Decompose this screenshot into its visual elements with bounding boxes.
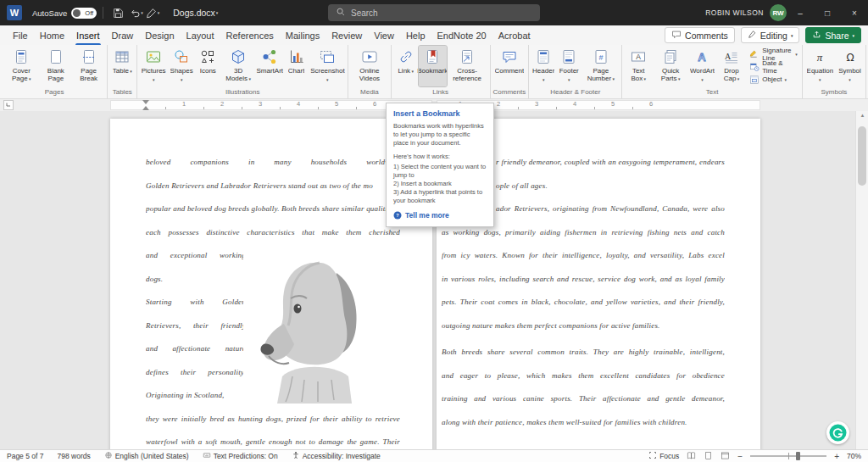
- screenshot-button[interactable]: Screenshot ▾: [309, 46, 347, 86]
- icons-button[interactable]: Icons: [195, 46, 220, 86]
- indent-marker[interactable]: [142, 100, 149, 104]
- button-label: Comment: [495, 67, 525, 75]
- grammarly-badge[interactable]: [826, 421, 849, 444]
- user-name[interactable]: ROBIN WILSON: [705, 8, 764, 17]
- button-label: Symbol ▾: [838, 67, 861, 83]
- footer-button[interactable]: Footer ▾: [556, 46, 581, 86]
- chevron-down-icon: ▾: [791, 33, 793, 38]
- ribbon-group-media: Online VideosMedia: [348, 45, 392, 98]
- tab-view[interactable]: View: [368, 25, 400, 45]
- online-videos-button[interactable]: Online Videos: [350, 46, 389, 86]
- maximize-button[interactable]: □: [814, 0, 841, 25]
- page-break-button[interactable]: Page Break: [72, 46, 105, 86]
- search-icon: [336, 7, 346, 19]
- zoom-in-button[interactable]: +: [834, 452, 839, 461]
- document-title[interactable]: Dogs.docx ▾: [173, 8, 218, 18]
- language-indicator[interactable]: English (United States): [104, 451, 189, 461]
- equation-button[interactable]: πEquation ▾: [804, 46, 836, 86]
- tab-design[interactable]: Design: [139, 25, 180, 45]
- shapes-button[interactable]: Shapes ▾: [168, 46, 195, 86]
- button-label: Quick Parts ▾: [655, 67, 686, 83]
- blank-page-button[interactable]: Blank Page: [40, 46, 72, 86]
- link-button[interactable]: Link ▾: [393, 46, 419, 86]
- button-label: Page Number ▾: [584, 67, 617, 83]
- page-number-button[interactable]: #Page Number ▾: [581, 46, 620, 86]
- chevron-down-icon: ▾: [129, 69, 132, 74]
- focus-button[interactable]: Focus: [648, 451, 679, 461]
- pictures-button[interactable]: Pictures ▾: [139, 46, 168, 86]
- ruler-number: 6: [649, 100, 653, 108]
- date-time-button[interactable]: Date & Time: [747, 60, 799, 73]
- tell-me-more-link[interactable]: ? Tell me more: [393, 211, 487, 220]
- autosave-toggle[interactable]: AutoSave Off: [32, 8, 97, 19]
- web-layout-icon[interactable]: [721, 451, 730, 462]
- word-count[interactable]: 798 words: [57, 452, 90, 460]
- indent-marker[interactable]: [142, 106, 149, 110]
- tab-references[interactable]: References: [220, 25, 280, 45]
- print-layout-icon[interactable]: [704, 451, 713, 462]
- cover-page-button[interactable]: Cover Page ▾: [3, 46, 40, 86]
- save-icon[interactable]: [109, 3, 126, 22]
- zoom-out-button[interactable]: −: [737, 452, 743, 461]
- tab-draw[interactable]: Draw: [106, 25, 140, 45]
- comment-button[interactable]: Comment: [492, 46, 527, 86]
- autosave-pill[interactable]: Off: [71, 8, 97, 19]
- table-button[interactable]: Table ▾: [109, 46, 135, 86]
- text-predictions[interactable]: Text Predictions: On: [203, 451, 278, 461]
- zoom-level[interactable]: 70%: [847, 452, 861, 460]
- page-indicator[interactable]: Page 5 of 7: [7, 452, 43, 460]
- accessibility-status[interactable]: Accessibility: Investigate: [292, 451, 381, 461]
- tab-review[interactable]: Review: [326, 25, 368, 45]
- share-button[interactable]: Share ▾: [805, 27, 861, 43]
- cross-reference-button[interactable]: Cross-reference: [447, 46, 488, 86]
- zoom-slider[interactable]: [750, 455, 826, 457]
- close-button[interactable]: ×: [841, 0, 868, 25]
- search-input[interactable]: Search: [328, 4, 540, 21]
- tab-selector-icon[interactable]: [3, 100, 14, 110]
- comments-button[interactable]: Comments: [665, 27, 735, 43]
- page-left[interactable]: beloved companions in many households wo…: [110, 119, 432, 449]
- svg-text:A: A: [698, 51, 707, 64]
- header-button[interactable]: Header ▾: [531, 46, 556, 86]
- quick-parts-button[interactable]: Quick Parts ▾: [653, 46, 688, 86]
- text-box-icon: A: [629, 48, 648, 65]
- symbol-button[interactable]: ΩSymbol ▾: [836, 46, 864, 86]
- tab-help[interactable]: Help: [400, 25, 431, 45]
- tooltip-how-heading: Here's how it works:: [393, 153, 487, 161]
- drop-cap-button[interactable]: ADrop Cap ▾: [716, 46, 748, 86]
- bookmark-button[interactable]: Bookmark: [419, 46, 447, 86]
- tab-mailings[interactable]: Mailings: [280, 25, 326, 45]
- page-break-icon: [80, 48, 98, 65]
- wordart-button[interactable]: AWordArt ▾: [688, 46, 715, 86]
- comments-label: Comments: [685, 31, 728, 41]
- text-box-button[interactable]: AText Box ▾: [624, 46, 653, 86]
- chevron-down-icon: ▾: [28, 76, 31, 81]
- minimize-button[interactable]: –: [787, 0, 814, 25]
- scroll-up-icon[interactable]: ▲: [856, 113, 868, 118]
- pen-chevron[interactable]: ▾: [158, 10, 160, 15]
- 3d-models-button[interactable]: 3D Models ▾: [220, 46, 256, 86]
- editing-label: Editing: [760, 31, 787, 41]
- smartart-button[interactable]: SmartArt: [256, 46, 284, 86]
- tab-layout[interactable]: Layout: [181, 25, 220, 45]
- chevron-down-icon: ▾: [326, 77, 329, 82]
- icons-icon: [198, 48, 217, 65]
- scrollbar-thumb[interactable]: [858, 126, 866, 186]
- vertical-scrollbar[interactable]: ▲: [855, 111, 868, 449]
- read-mode-icon[interactable]: [687, 451, 696, 462]
- tab-home[interactable]: Home: [34, 25, 70, 45]
- tab-acrobat[interactable]: Acrobat: [492, 25, 537, 45]
- object-button[interactable]: Object▾: [747, 73, 799, 86]
- zoom-knob[interactable]: [796, 452, 800, 460]
- tab-endnote-20[interactable]: EndNote 20: [431, 25, 492, 45]
- dog-image[interactable]: [243, 246, 386, 404]
- editing-button[interactable]: Editing ▾: [741, 27, 800, 43]
- date-time-icon: [749, 62, 760, 72]
- ribbon-group-comments: CommentComments: [491, 45, 530, 98]
- tab-insert[interactable]: Insert: [70, 25, 106, 45]
- avatar[interactable]: RW: [770, 4, 787, 21]
- button-label: Cover Page ▾: [6, 67, 37, 83]
- chart-button[interactable]: Chart: [284, 46, 309, 86]
- word-logo[interactable]: W: [7, 5, 22, 20]
- tab-file[interactable]: File: [7, 25, 34, 45]
